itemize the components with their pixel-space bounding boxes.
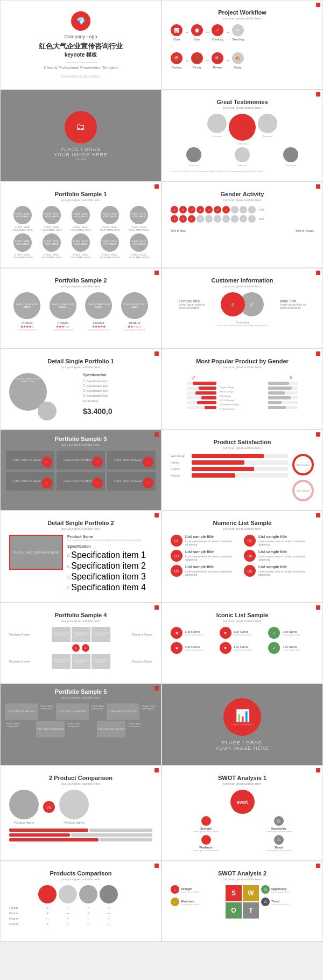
- bar-fill-gray: [100, 838, 152, 841]
- num-item: 01 List sample title Lorem ipsum dolor s…: [171, 535, 241, 547]
- red-badge: [316, 351, 320, 356]
- wf-icon: ✓: [212, 24, 223, 36]
- iconic-item: ♥ List Name Lorem ipsum dolor: [220, 627, 265, 639]
- pop-label: Graphic Design: [220, 386, 265, 389]
- popular-male-bars: ♂: [171, 373, 216, 411]
- p4-item: PLACE / DRAG YOUR IMAGE HERE: [92, 627, 110, 642]
- pop-bar-row: [268, 391, 314, 395]
- analysis-line1: PLACE / DRAG: [215, 740, 269, 746]
- slide-products-comparison: Products Comparison put your great subti…: [0, 861, 162, 942]
- ph-text-line1: PLACE / DRAG: [60, 147, 101, 152]
- num-badge: 02: [244, 535, 256, 547]
- slide-testimonies: Great Testimonies put your great subtitl…: [162, 89, 323, 182]
- circle-item: PLACE / DRAG YOUR IMAGE PLACE / DRAGYOUR…: [96, 233, 123, 259]
- red-badge: [316, 605, 320, 610]
- male-label: 70% of Male: [171, 229, 186, 232]
- bar-fill-red: [9, 829, 88, 832]
- price-label: Final Price: [83, 399, 152, 403]
- workflow-subtitle: put your great subtitle here: [171, 17, 314, 20]
- slide-portfolio2: Portfolio Sample 2 put your great subtit…: [0, 268, 162, 349]
- circle-item: PLACE / DRAG YOUR IMAGE PLACE / DRAGYOUR…: [38, 206, 65, 231]
- p4-num-1: 1: [72, 644, 80, 652]
- inactive-female-2: ♀: [205, 215, 213, 223]
- product-circle-3: [79, 885, 97, 903]
- detail2-subtitle: put your great subtitle here: [9, 527, 152, 530]
- circle-item: PLACE / DRAG YOUR IMAGE PLACE / DRAGYOUR…: [67, 233, 94, 259]
- num-badge: 04: [244, 550, 256, 562]
- p4-row1: Product Name PLACE / DRAG YOUR IMAGE HER…: [9, 627, 152, 642]
- spec-item: □ Specification item: [83, 384, 152, 388]
- num-item: 02 List sample title Lorem ipsum dolor s…: [244, 535, 314, 547]
- p4-item: PLACE / DRAG YOUR IMAGE HERE: [52, 654, 71, 669]
- p5-product: Product NameLorem ipsum: [39, 703, 55, 720]
- wf-arrow: →: [205, 30, 209, 35]
- bar-fill-gray: [268, 382, 289, 385]
- female-info-label: Female info: [179, 299, 205, 303]
- wf-item: 📦 Packing: [171, 52, 182, 69]
- slide-comparison2: 2 Product Comparison put your great subt…: [0, 765, 162, 861]
- num-item: 05 List sample title Lorem ipsum dolor s…: [171, 565, 241, 577]
- inactive-female-1: ♀: [196, 215, 204, 223]
- wf-icon: 💲: [191, 52, 203, 64]
- comparison2-layout: Product Name VS Product Name: [9, 790, 152, 824]
- inactive-female-3: ♀: [214, 215, 221, 223]
- product-desc: Lorem ipsum dolor sit amet consectetur a…: [67, 539, 152, 541]
- p3-circle: ●: [92, 457, 103, 467]
- analysis-placeholder: 📊 analysis & infographics PLACE / DRAG Y…: [162, 684, 322, 765]
- testimonies-bottom: Testimony Testimony Testimony: [171, 147, 314, 167]
- bar-bg: [268, 396, 298, 399]
- red-badge: [155, 432, 159, 437]
- o-icon: ◎: [261, 885, 270, 894]
- iconic-subtitle: put your great subtitle here: [171, 619, 314, 623]
- popular-female-bars: ♀: [268, 373, 314, 411]
- product1-label: Product Name: [9, 821, 39, 824]
- sat-bar-bg: [192, 473, 288, 478]
- red-badge: [155, 271, 159, 275]
- female-pct: 30%: [259, 217, 264, 220]
- pop-label: Interior Design: [220, 390, 265, 393]
- product-circle-1: [38, 885, 57, 903]
- red-badge: [155, 184, 159, 189]
- spec-item: □ Specification item 1: [67, 550, 152, 560]
- sat-bar-row: Web Design: [171, 454, 288, 458]
- bar-bg: [187, 406, 216, 409]
- spec-check-icon: □: [83, 394, 85, 397]
- swot1-items: ↑ Strength Lorem ipsum dolor sit amet ◎ …: [171, 816, 314, 852]
- circle-item: PLACE / DRAG YOUR IMAGE PLACE / DRAGYOUR…: [125, 206, 152, 231]
- bar-fill-gray: [268, 406, 286, 409]
- workflow-steps-2: 📦 Packing → 💲 Pricing → 🔍 Review → 🎨 Des…: [171, 52, 314, 69]
- spec-item: □ Specification item 4: [67, 583, 152, 592]
- male-icon-3: ♂: [188, 206, 195, 213]
- satisfaction-title: Product Satisfaction: [171, 439, 314, 445]
- numeric-subtitle: put your great subtitle here: [171, 527, 314, 530]
- threat-icon: ⚠: [274, 835, 284, 845]
- p4-product-label4: Product Name: [132, 660, 152, 663]
- test-circle: [186, 147, 201, 162]
- slide-iconic-list: Iconic List Sample put your great subtit…: [162, 603, 323, 684]
- t-icon: ⚠: [261, 898, 270, 906]
- detail2-image: PLACE / DRAG YOUR IMAGE HERE: [9, 535, 63, 570]
- wf-icon: 📊: [171, 24, 182, 36]
- small-circle: [38, 402, 57, 420]
- check-icon: □: [67, 575, 69, 579]
- testimonies-title: Great Testimonies: [171, 99, 314, 105]
- bar-fill: [199, 387, 216, 390]
- p4-images2: PLACE / DRAG YOUR IMAGE HERE PLACE / DRA…: [52, 654, 110, 669]
- swot2-t-row: ⚠ Threat Lorem ipsum dolor: [261, 898, 314, 908]
- portfolio3-grid: PLACE / DRAG YOU IMAGE HERE ● PLACE / DR…: [6, 451, 156, 491]
- num-item: 03 List sample title Lorem ipsum dolor s…: [171, 550, 241, 562]
- portfolio5-title: Portfolio Sample 5: [5, 688, 157, 695]
- popular-title: Most Popular Product by Gender: [171, 358, 314, 364]
- pop-bar-row: [171, 406, 216, 409]
- wf-item: 📋 Order: [191, 24, 203, 41]
- pop-bar-row: [171, 401, 216, 404]
- letter-o: O: [226, 902, 242, 919]
- wf-icon: 🔍: [212, 52, 223, 64]
- cover-tagline: TEMPLATE BY SLIDECARNIVAL: [9, 75, 152, 78]
- p3-item: PLACE / DRAG YOU IMAGE HERE ●: [107, 451, 156, 470]
- detail1-title: Detail Single Portfolio 1: [9, 358, 152, 364]
- p4-row2: Product Name PLACE / DRAG YOUR IMAGE HER…: [9, 654, 152, 669]
- swot-strength: ↑ Strength Lorem ipsum dolor sit amet: [171, 816, 241, 833]
- portfolio4-title: Portfolio Sample 4: [9, 612, 152, 618]
- p5-product: Product NameLorem ipsum: [90, 703, 106, 720]
